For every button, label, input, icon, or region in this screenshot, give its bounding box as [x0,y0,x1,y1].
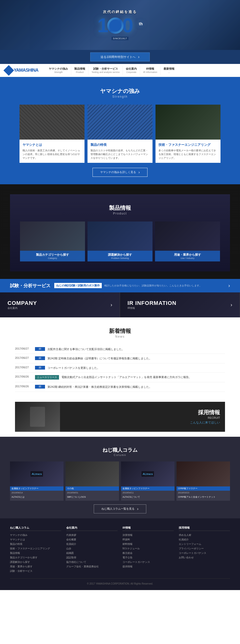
footer-links: ねじ職人コラム ヤマシナの強み ヤマシナとは 製品の特長 技術・ファスナーエンジ… [10,526,230,573]
footer-link-recruit-entry[interactable]: エントリーフォーム [179,542,230,546]
footer-link-strength[interactable]: ヤマシナの強み [10,533,61,537]
nav-strength[interactable]: ヤマシナの強み Strength [46,66,71,75]
footer-link-privacy[interactable]: プライバシーポリシー [179,546,230,551]
products-inner: 製品情報 Product 製品カテゴリーから探す Category 課題解決から… [10,194,230,272]
column-card-3[interactable]: CFRP板ファスナー 2019/03/23 CFRP板アルミ合金インサートナット [176,462,230,501]
recruit-image [15,402,60,432]
hero-number: 10 th [97,16,142,36]
ir-arrow-icon: › [230,302,232,308]
column-more-button[interactable]: ねじ職人コラム一覧を見る [94,504,146,514]
nav-news[interactable]: 最新情報 ... [160,66,177,75]
nav-company[interactable]: 会社案内 Corporate [123,66,140,75]
hero-100th-button[interactable]: 迫る100周年特別サイトへ [90,52,149,62]
recruit-banner[interactable]: 採用情報 RECRUIT こんな人に来てほしい [15,402,225,432]
logo-text: YAMASHINA [14,68,38,73]
section-strength: ヤマシナの強み Strength ヤマシナとは 職人の技術・創意工夫の承継、そし… [0,78,240,184]
products-title: 製品情報 [20,204,220,212]
footer-link-testing[interactable]: 試験・分析サービス [10,569,61,573]
product-card-use[interactable]: 用途・業界から探す Use / Industry [155,222,220,262]
footer-link-schedule[interactable]: IVスケジュール [122,546,174,551]
nav-testing[interactable]: 試験・分析サービス Testing and analysis service [89,66,123,75]
section-news: 新着情報 News 2017/06/27 IR 次配件主着に関する事項について支… [0,318,240,397]
footer-link-recruit-staff[interactable]: 社員紹介 [179,537,230,542]
column-title: ねじ職人コラム [10,447,230,454]
products-title-en: Product [20,212,220,215]
section-column: ねじ職人コラム Column ALtracs 金属板タッピンファスナー 2019… [0,437,240,518]
footer-link-walk[interactable]: 山歩 [66,546,118,551]
testing-desc: 検討したがみ不合格になりたい、試験品製作が知りたい。こんなときお手伝いします。 [104,284,202,288]
column-card-2-img: ALtracs [121,462,174,486]
news-item-1[interactable]: 2017/06/27 IR 第242期 定時株主総会議事録（証明書等）について有… [15,354,225,363]
footer-link-contact[interactable]: コーポレートガバナンス [179,551,230,555]
news-item-2[interactable]: 2017/06/27 IR コーポレートガバナンスを更新しました。 [15,363,225,373]
footer-link-about[interactable]: ヤマシナとは [10,537,61,542]
hero-since: SINCE1917 [112,37,129,40]
footer: ねじ職人コラム ヤマシナの強み ヤマシナとは 製品の特長 技術・ファスナーエンジ… [0,518,240,590]
footer-link-greeting[interactable]: 代表挨拶 [66,533,118,537]
footer-link-industry[interactable]: 用途・業界から探す [10,564,61,569]
recruit-content: 採用情報 RECRUIT こんな人に来てほしい [60,404,225,430]
product-card-label-2: 用途・業界から探す Use / Industry [155,251,220,262]
column-card-2[interactable]: ALtracs 金属板タッピンファスナー 2019/04/11 ALTACSにつ… [121,462,174,501]
column-title-en: Column [10,454,230,456]
nav-product[interactable]: 製品情報 Product [71,66,89,75]
footer-link-feature[interactable]: 製品の特長 [10,542,61,546]
product-card-label-1: 課題解決から探す Problem Solveing [88,251,152,262]
footer-copyright: © 2017 YAMASHINA CORPORATION. All Rights… [10,578,230,585]
product-card-solution[interactable]: 課題解決から探す Problem Solveing [88,222,152,262]
company-ir-section: COMPANY 会社案内 › IR INFORMATION IR情報 › [0,292,240,318]
nav-ir[interactable]: IR情報 IR Information [140,66,160,75]
column-cards: ALtracs 金属板タッピンファスナー 2019/06/14 ALTACSとは… [10,462,230,501]
column-card-3-img [176,462,230,486]
company-block[interactable]: COMPANY 会社案内 › [0,292,120,318]
footer-link-problem[interactable]: 課題解決から探す [10,560,61,564]
news-title-en: News [15,335,225,338]
footer-link-products[interactable]: 製品情報 [10,551,61,555]
testing-tag: ねじの検討試験 / 試験用のボス製作 [54,283,102,288]
footer-link-irdoc[interactable]: IR資料 [122,537,174,542]
footer-col-1: 会社案内 代表挨拶 会社概要 役員紹介 山歩 組織図 認証取得 協力他社について… [66,526,118,573]
footer-link-officers[interactable]: 役員紹介 [66,542,118,546]
column-card-0[interactable]: ALtracs 金属板タッピンファスナー 2019/06/14 ALTACSとは [10,462,64,501]
news-item-4[interactable]: 2017/06/26 IR 第242期 継続的対答・商法計算書・株主総務規定計算… [15,382,225,392]
hero-content: 次代の絆結を造る 10 th SINCE1917 [97,10,142,40]
section-products: 製品情報 Product 製品カテゴリーから探す Category 課題解決から… [0,184,240,279]
testing-title: 試験・分析サービス [10,283,51,289]
footer-link-material[interactable]: 材料情報 [122,542,174,546]
testing-service-banner[interactable]: 試験・分析サービス ねじの検討試験 / 試験用のボス製作 検討したがみ不合格にな… [0,279,240,292]
company-arrow-icon: › [111,302,112,308]
strength-card-2[interactable]: 技術・ファスナーエンジニアリング 多くの自動車や電気メーカー様の要求にお応えでき… [155,105,220,163]
hero-top-text: 次代の絆結を造る [97,10,142,14]
footer-link-group[interactable]: グループ会社・業務提携会社 [66,564,118,569]
strength-more-button[interactable]: ヤマシナの強みを詳しく見る [93,168,147,177]
strength-card-1[interactable]: 製品の特長 製品のコストや性能面の追求、もちろんどの工業・管理数値の幅広さにどこ… [88,105,152,163]
news-item-0[interactable]: 2017/06/27 IR 次配件主着に関する事項について支配示項目に掲載しまし… [15,344,225,354]
nav-logo[interactable]: YAMASHINA [5,67,38,74]
footer-link-engineering[interactable]: 技術・ファスナーエンジニアリング [10,546,61,551]
footer-link-corp-governance[interactable]: お問い合わせ [179,555,230,560]
footer-link-epublic[interactable]: 電子公告 [122,555,174,560]
footer-link-settlement[interactable]: 決算情報 [122,533,174,537]
ir-block-content: IR INFORMATION IR情報 [127,300,176,310]
product-cards: 製品カテゴリーから探す Category 課題解決から探す Problem So… [20,222,220,262]
ir-block[interactable]: IR INFORMATION IR情報 › [120,292,240,318]
footer-link-category[interactable]: 製品カテゴリーから探す [10,555,61,560]
hero-btn-wrap: 迫る100周年特別サイトへ [0,50,240,64]
footer-link-provided[interactable]: 提供情報 [122,564,174,569]
strength-title: ヤマシナの強み [10,88,230,95]
strength-card-0[interactable]: ヤマシナとは 職人の技術・創意工夫の承継、そしてイノベーションの追求。常に新しい… [20,105,85,163]
news-item-3[interactable]: 2017/06/26 ニュースリリース 電動次動式アルミ出走部品インサートナット… [15,372,225,382]
column-card-1[interactable]: その他 2019/06/01 SBFについじのCS [66,462,119,501]
strength-card-1-img [88,105,152,140]
footer-link-recruit-person[interactable]: 求める人材 [179,533,230,537]
footer-link-org[interactable]: 組織図 [66,551,118,555]
news-title: 新着情報 [15,327,225,335]
footer-link-governance[interactable]: コーポレートガバナンス [122,560,174,564]
strength-card-0-img [20,105,85,140]
news-list: 2017/06/27 IR 次配件主着に関する事項について支配示項目に掲載しまし… [15,344,225,392]
footer-link-cert[interactable]: 認証取得 [66,555,118,560]
product-card-category[interactable]: 製品カテゴリーから探す Category [20,222,85,262]
footer-link-agm[interactable]: 株主総会 [122,551,174,555]
footer-link-partner[interactable]: 協力他社について [66,560,118,564]
footer-link-overview[interactable]: 会社概要 [66,537,118,542]
